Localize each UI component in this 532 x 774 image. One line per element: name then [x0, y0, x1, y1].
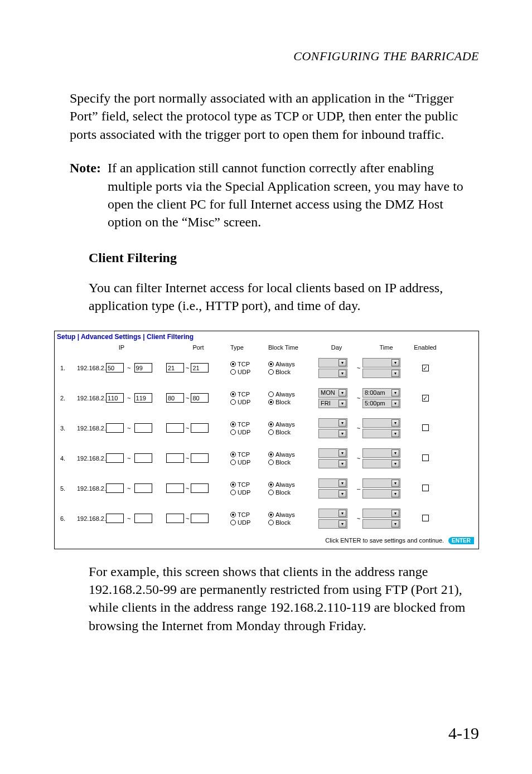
type-tcp-radio[interactable] [230, 452, 236, 457]
ip-from-input[interactable] [106, 453, 124, 463]
ip-to-input[interactable] [134, 514, 152, 523]
ip-to-input[interactable] [134, 363, 152, 373]
type-udp-radio[interactable] [230, 369, 236, 375]
port-from-input[interactable] [166, 514, 184, 523]
port-from-input[interactable] [166, 363, 184, 373]
time-to-select[interactable]: ▾ [362, 369, 400, 378]
time-from-select[interactable]: ▾ [362, 509, 400, 518]
note-body: If an application still cannot function … [108, 159, 479, 231]
client-filtering-heading: Client Filtering [89, 250, 479, 265]
time-from-select[interactable]: ▾ [362, 358, 400, 367]
row-index: 1. [60, 365, 77, 371]
running-head: CONFIGURING THE BARRICADE [70, 49, 479, 64]
enabled-checkbox[interactable] [422, 365, 429, 371]
type-udp-radio[interactable] [230, 429, 236, 435]
chevron-down-icon: ▾ [391, 389, 399, 396]
port-to-input[interactable] [191, 363, 209, 373]
day-from-select[interactable]: ▾ [318, 478, 347, 488]
time-from-select[interactable]: ▾ [362, 418, 400, 428]
day-to-select[interactable]: ▾ [318, 519, 347, 529]
type-udp-radio[interactable] [230, 399, 236, 405]
block-block-radio[interactable] [268, 520, 274, 525]
type-tcp-radio[interactable] [230, 361, 236, 367]
header-enabled: Enabled [410, 344, 441, 351]
time-from-select[interactable]: 8:00am▾ [362, 388, 400, 398]
block-block-radio[interactable] [268, 490, 274, 495]
day-to-select[interactable]: ▾ [318, 489, 347, 499]
time-to-select[interactable]: ▾ [362, 489, 400, 499]
enabled-checkbox[interactable] [422, 395, 429, 401]
type-udp-radio[interactable] [230, 459, 236, 465]
block-always-radio[interactable] [268, 482, 274, 487]
port-to-input[interactable] [191, 483, 209, 493]
example-paragraph: For example, this screen shows that clie… [89, 563, 479, 635]
type-udp-radio[interactable] [230, 490, 236, 495]
ip-prefix: 192.168.2. [77, 515, 106, 522]
block-always-radio[interactable] [268, 422, 274, 427]
ip-to-input[interactable] [134, 423, 152, 433]
chevron-down-icon: ▾ [338, 510, 346, 517]
port-from-input[interactable] [166, 393, 184, 403]
day-from-select[interactable]: ▾ [318, 418, 347, 428]
chevron-down-icon: ▾ [338, 370, 346, 377]
port-to-input[interactable] [191, 514, 209, 523]
day-from-select[interactable]: ▾ [318, 509, 347, 518]
enabled-checkbox[interactable] [422, 454, 429, 461]
chevron-down-icon: ▾ [391, 430, 399, 437]
time-to-select[interactable]: ▾ [362, 429, 400, 438]
row-index: 3. [60, 425, 77, 432]
block-block-radio[interactable] [268, 399, 274, 405]
port-from-input[interactable] [166, 423, 184, 433]
time-from-select[interactable]: ▾ [362, 448, 400, 458]
block-always-radio[interactable] [268, 512, 274, 517]
day-from-select[interactable]: ▾ [318, 358, 347, 367]
block-always-radio[interactable] [268, 391, 274, 397]
port-to-input[interactable] [191, 423, 209, 433]
day-from-select[interactable]: MON▾ [318, 388, 347, 398]
day-to-select[interactable]: ▾ [318, 429, 347, 438]
chevron-down-icon: ▾ [391, 520, 399, 528]
enabled-checkbox[interactable] [422, 424, 429, 431]
day-from-select[interactable]: ▾ [318, 448, 347, 458]
block-block-radio[interactable] [268, 369, 274, 375]
ip-from-input[interactable] [106, 363, 124, 373]
block-block-radio[interactable] [268, 459, 274, 465]
block-always-radio[interactable] [268, 361, 274, 367]
ip-to-input[interactable] [134, 483, 152, 493]
time-to-select[interactable]: ▾ [362, 519, 400, 529]
chevron-down-icon: ▾ [338, 449, 346, 457]
chevron-down-icon: ▾ [391, 419, 399, 427]
enter-button[interactable]: ENTER [448, 537, 474, 544]
port-to-input[interactable] [191, 393, 209, 403]
ip-to-input[interactable] [134, 453, 152, 463]
time-to-select[interactable]: 5:00pm▾ [362, 399, 400, 408]
enabled-checkbox[interactable] [422, 515, 429, 521]
ip-to-input[interactable] [134, 393, 152, 403]
type-tcp-radio[interactable] [230, 512, 236, 517]
ip-from-input[interactable] [106, 514, 124, 523]
time-to-select[interactable]: ▾ [362, 459, 400, 468]
day-to-select[interactable]: FRI▾ [318, 399, 347, 408]
chevron-down-icon: ▾ [391, 370, 399, 377]
breadcrumb: Setup | Advanced Settings | Client Filte… [55, 331, 478, 344]
ip-from-input[interactable] [106, 423, 124, 433]
ip-from-input[interactable] [106, 483, 124, 493]
table-header: IP Port Type Block Time Day Time Enabled [55, 344, 478, 353]
header-ip: IP [77, 344, 166, 351]
port-from-input[interactable] [166, 453, 184, 463]
day-to-select[interactable]: ▾ [318, 369, 347, 378]
chevron-down-icon: ▾ [338, 460, 346, 467]
header-block: Block Time [268, 344, 318, 351]
port-from-input[interactable] [166, 483, 184, 493]
type-tcp-radio[interactable] [230, 391, 236, 397]
type-udp-radio[interactable] [230, 520, 236, 525]
port-to-input[interactable] [191, 453, 209, 463]
ip-from-input[interactable] [106, 393, 124, 403]
block-always-radio[interactable] [268, 452, 274, 457]
block-block-radio[interactable] [268, 429, 274, 435]
time-from-select[interactable]: ▾ [362, 478, 400, 488]
type-tcp-radio[interactable] [230, 422, 236, 427]
day-to-select[interactable]: ▾ [318, 459, 347, 468]
enabled-checkbox[interactable] [422, 485, 429, 491]
type-tcp-radio[interactable] [230, 482, 236, 487]
